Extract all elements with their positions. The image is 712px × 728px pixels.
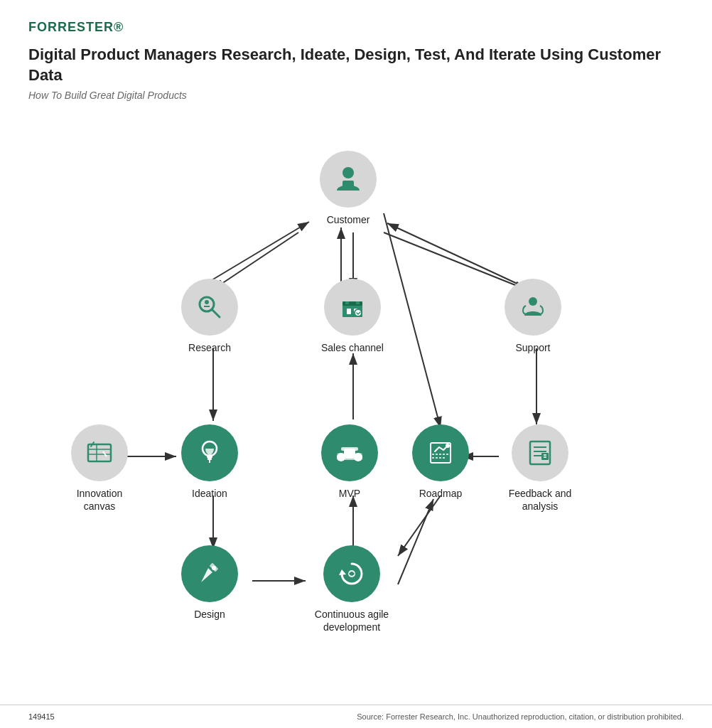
svg-rect-29 (347, 309, 351, 314)
design-node: Design (181, 545, 238, 621)
support-node: Support (505, 279, 561, 354)
footer-id: 149415 (28, 712, 55, 721)
innovation-circle (71, 424, 128, 481)
ideation-circle (181, 424, 238, 481)
footer: 149415 Source: Forrester Research, Inc. … (0, 705, 712, 728)
research-label: Research (188, 341, 231, 354)
svg-marker-60 (339, 569, 346, 575)
page: FORRESTER® Digital Product Managers Rese… (0, 0, 712, 728)
continuous-circle (323, 545, 380, 602)
sales-label: Sales channel (321, 341, 384, 354)
svg-point-59 (212, 566, 216, 570)
mvp-node: MVP (321, 424, 378, 500)
svg-rect-55 (541, 453, 549, 460)
research-icon (194, 291, 225, 323)
svg-line-17 (398, 496, 441, 556)
roadmap-node: Roadmap (412, 424, 469, 500)
continuous-node: Continuous agile development (313, 545, 391, 633)
design-label: Design (194, 608, 225, 621)
innovation-icon (84, 437, 115, 469)
innovation-label: Innovation canvas (60, 487, 139, 513)
svg-point-19 (342, 167, 354, 178)
continuous-icon (336, 558, 367, 589)
mvp-label: MVP (339, 487, 360, 500)
research-circle (181, 279, 238, 336)
svg-point-48 (446, 444, 450, 448)
sales-circle (324, 279, 381, 336)
continuous-label: Continuous agile development (313, 608, 391, 633)
support-label: Support (515, 341, 550, 354)
customer-node: Customer (320, 151, 377, 226)
ideation-node: Ideation (181, 424, 238, 500)
svg-rect-20 (342, 181, 354, 188)
svg-line-5 (205, 222, 309, 284)
design-circle (181, 545, 238, 602)
header: FORRESTER® Digital Product Managers Rese… (0, 0, 712, 108)
svg-rect-39 (207, 458, 212, 460)
svg-rect-46 (341, 447, 358, 451)
footer-source: Source: Forrester Research, Inc. Unautho… (357, 712, 684, 721)
sales-icon (337, 291, 368, 323)
feedback-icon (524, 437, 556, 469)
subtitle: How To Build Great Digital Products (28, 90, 684, 101)
svg-line-16 (384, 213, 441, 428)
roadmap-label: Roadmap (419, 487, 463, 500)
svg-line-22 (212, 309, 220, 317)
customer-circle (320, 151, 377, 208)
svg-point-23 (205, 300, 209, 304)
support-circle (505, 279, 561, 336)
svg-rect-27 (345, 301, 349, 304)
sales-channel-node: Sales channel (321, 279, 384, 354)
main-title: Digital Product Managers Research, Ideat… (28, 45, 684, 85)
support-icon (517, 291, 549, 323)
svg-point-32 (529, 297, 537, 306)
customer-icon (333, 164, 364, 195)
feedback-label: Feedback and analysis (501, 487, 579, 513)
innovation-node: Innovation canvas (60, 424, 139, 513)
feedback-node: Feedback and analysis (501, 424, 579, 513)
svg-rect-28 (356, 301, 360, 304)
research-node: Research (181, 279, 238, 354)
design-icon (194, 558, 225, 589)
mvp-circle (321, 424, 378, 481)
svg-rect-38 (207, 456, 212, 458)
ideation-icon (194, 437, 225, 469)
customer-label: Customer (327, 213, 370, 226)
roadmap-circle (412, 424, 469, 481)
svg-line-7 (387, 223, 519, 284)
mvp-icon (334, 437, 365, 469)
ideation-label: Ideation (192, 487, 227, 500)
roadmap-icon (425, 437, 456, 469)
forrester-logo: FORRESTER® (28, 20, 684, 35)
svg-line-18 (398, 499, 433, 584)
feedback-circle (512, 424, 568, 481)
svg-point-31 (355, 309, 362, 316)
diagram-area: Customer Research (0, 108, 712, 641)
